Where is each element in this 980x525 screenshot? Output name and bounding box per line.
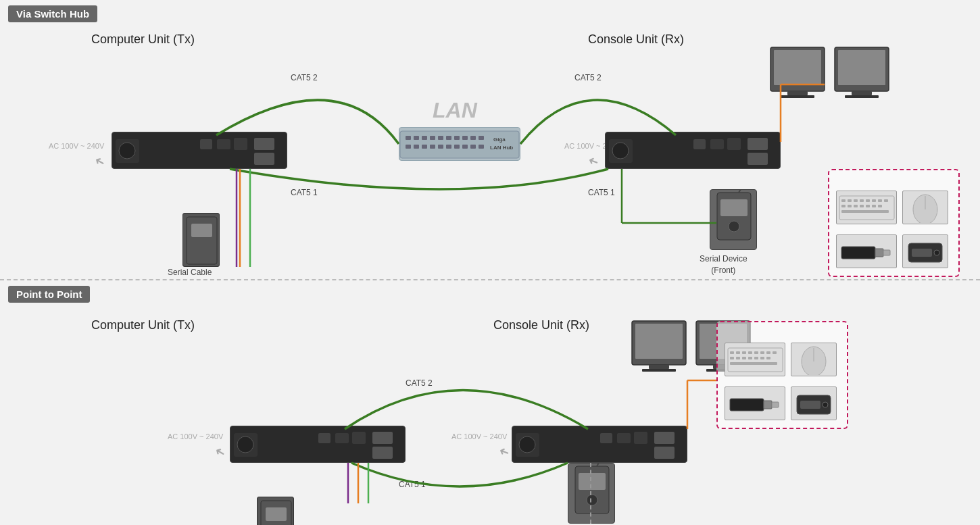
top-rx-unit	[605, 132, 781, 169]
svg-rect-107	[736, 351, 740, 354]
svg-point-89	[237, 436, 253, 453]
svg-text:Giga: Giga	[493, 136, 506, 143]
top-cat5-1-right-label: CAT5 1	[588, 188, 615, 197]
svg-rect-47	[848, 199, 852, 202]
svg-rect-90	[654, 432, 675, 444]
svg-rect-131	[579, 473, 606, 490]
svg-point-132	[587, 495, 597, 505]
svg-rect-94	[600, 433, 612, 443]
bottom-arrow-rx: ➜	[497, 443, 512, 461]
svg-rect-21	[454, 136, 460, 140]
svg-rect-114	[730, 357, 734, 359]
svg-rect-119	[760, 357, 764, 359]
bottom-usb-drive-thumbnail	[725, 386, 785, 420]
svg-rect-56	[854, 205, 858, 207]
svg-rect-28	[430, 145, 435, 149]
svg-rect-2	[234, 138, 247, 150]
svg-point-69	[934, 250, 939, 255]
top-usb-box: USB	[828, 169, 960, 277]
bottom-ac-rx-label: AC 100V ~ 240V	[451, 432, 507, 441]
svg-rect-118	[754, 357, 758, 359]
svg-rect-8	[748, 153, 768, 165]
bottom-tx-unit	[230, 426, 406, 463]
via-switch-hub-section: Via Switch Hub Computer Unit (Tx) Consol…	[0, 0, 980, 280]
svg-rect-116	[742, 357, 746, 359]
bottom-hdd-thumbnail	[791, 386, 837, 420]
svg-rect-66	[883, 250, 890, 255]
point-to-point-label: Point to Point	[8, 286, 90, 303]
svg-rect-3	[217, 139, 230, 149]
svg-rect-57	[860, 205, 864, 207]
svg-rect-44	[845, 95, 879, 98]
svg-rect-49	[860, 199, 864, 202]
bottom-ac-tx-label: AC 100V ~ 240V	[168, 432, 223, 441]
svg-rect-42	[838, 50, 885, 85]
svg-rect-135	[266, 507, 287, 521]
svg-rect-34	[479, 145, 484, 149]
svg-rect-31	[454, 145, 460, 149]
svg-rect-26	[414, 145, 419, 149]
svg-rect-20	[446, 136, 451, 140]
svg-rect-117	[748, 357, 752, 359]
svg-point-72	[729, 221, 739, 232]
bottom-keyboard-thumbnail	[725, 343, 785, 376]
svg-rect-29	[438, 145, 443, 149]
svg-rect-120	[766, 357, 770, 359]
svg-rect-0	[254, 138, 274, 150]
svg-rect-23	[470, 136, 476, 140]
svg-rect-106	[730, 351, 734, 354]
svg-rect-27	[422, 145, 427, 149]
svg-rect-9	[727, 138, 741, 150]
bottom-serial-device	[568, 463, 615, 524]
svg-rect-68	[912, 249, 932, 257]
keyboard-thumbnail	[836, 191, 897, 224]
top-rx-title: Console Unit (Rx)	[588, 32, 684, 47]
svg-rect-85	[352, 432, 366, 444]
svg-rect-25	[406, 145, 411, 149]
svg-rect-92	[634, 432, 647, 444]
svg-rect-112	[766, 351, 770, 354]
svg-rect-124	[730, 399, 764, 411]
svg-rect-64	[841, 247, 875, 259]
giga-lan-hub: Giga LAN Hub	[399, 127, 520, 161]
svg-point-129	[823, 402, 828, 407]
top-arrow-tx: ➜	[92, 153, 108, 171]
svg-rect-125	[764, 401, 772, 409]
bottom-cat5-1-label: CAT5 1	[399, 480, 426, 489]
svg-line-133	[597, 463, 601, 466]
svg-rect-100	[642, 369, 676, 372]
top-serial-cable	[182, 213, 220, 267]
bottom-dashed-serial-line	[590, 463, 591, 524]
svg-rect-113	[773, 351, 777, 354]
bottom-serial-cable	[257, 497, 294, 525]
svg-rect-83	[372, 432, 393, 444]
svg-rect-75	[191, 224, 212, 237]
svg-rect-32	[462, 145, 468, 149]
svg-rect-24	[479, 136, 484, 140]
bottom-arrow-tx: ➜	[212, 443, 228, 461]
bottom-tx-title: Computer Unit (Tx)	[91, 318, 195, 332]
svg-rect-87	[318, 433, 330, 443]
svg-rect-55	[848, 205, 852, 207]
svg-rect-15	[406, 136, 411, 140]
svg-rect-39	[787, 91, 808, 95]
svg-rect-18	[430, 136, 435, 140]
svg-rect-1	[254, 153, 274, 165]
bottom-usb-box: USB	[716, 321, 848, 429]
lan-text: LAN	[433, 98, 477, 123]
svg-rect-98	[635, 324, 683, 359]
svg-rect-11	[693, 139, 706, 149]
svg-rect-17	[422, 136, 427, 140]
svg-rect-128	[800, 401, 820, 409]
svg-text:LAN Hub: LAN Hub	[490, 145, 513, 151]
svg-rect-91	[654, 447, 675, 459]
svg-rect-60	[878, 205, 882, 207]
svg-rect-99	[649, 365, 669, 369]
svg-rect-4	[200, 139, 212, 149]
svg-rect-71	[720, 199, 748, 216]
svg-rect-93	[617, 433, 631, 443]
svg-rect-53	[884, 199, 888, 202]
top-serial-device	[710, 189, 757, 250]
svg-rect-19	[438, 136, 443, 140]
svg-rect-109	[748, 351, 752, 354]
